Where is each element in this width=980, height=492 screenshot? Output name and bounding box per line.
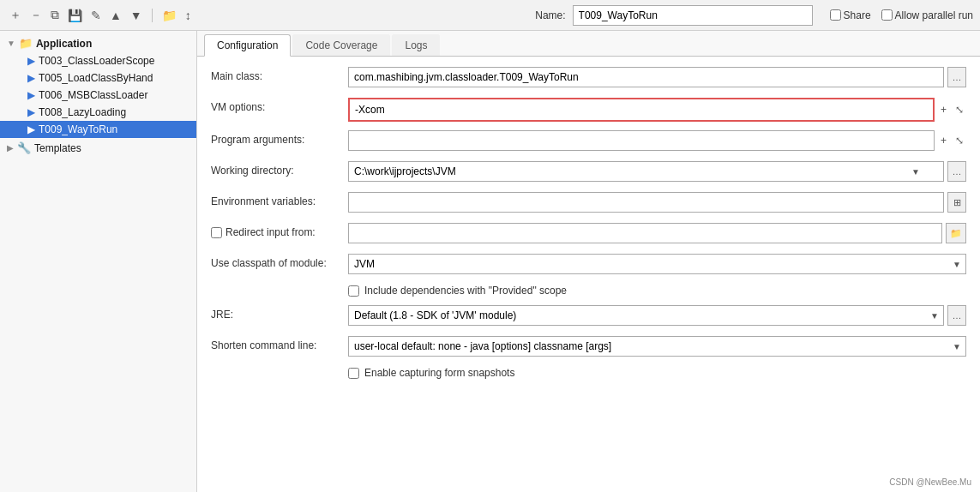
templates-label: Templates <box>34 142 81 154</box>
templates-arrow: ▶ <box>7 143 14 153</box>
working-dir-wrapper: ▼ <box>348 161 944 182</box>
enable-snapshots-row: Enable capturing form snapshots <box>211 367 966 379</box>
tab-code-coverage[interactable]: Code Coverage <box>292 34 390 56</box>
separator-1 <box>152 9 153 22</box>
tree-item-t005[interactable]: ▶ T005_LoadClassByHand <box>0 69 196 87</box>
wrench-icon: 🔧 <box>17 141 31 154</box>
sort-button[interactable]: ↕ <box>183 7 194 24</box>
templates-row[interactable]: ▶ 🔧 Templates <box>0 138 196 158</box>
jre-field: Default (1.8 - SDK of 'JVM' module) ▼ … <box>348 305 966 326</box>
run-icon-t003: ▶ <box>27 55 35 67</box>
classpath-module-label: Use classpath of module: <box>211 254 348 269</box>
tab-configuration[interactable]: Configuration <box>204 34 291 57</box>
working-dir-input[interactable] <box>348 161 944 182</box>
include-deps-row: Include dependencies with "Provided" sco… <box>211 285 966 297</box>
vm-options-row: VM options: + ⤡ <box>211 98 966 122</box>
allow-parallel-checkbox[interactable] <box>881 9 893 21</box>
program-args-field: + ⤡ <box>348 130 966 151</box>
tree-root-label: Application <box>36 38 92 50</box>
tree-item-label-t009: T009_WayToRun <box>39 123 117 135</box>
toolbar: ＋ － ⧉ 💾 ✎ ▲ ▼ 📁 ↕ Name: Share Allow para… <box>0 0 980 31</box>
shorten-cmd-wrapper: user-local default: none - java [options… <box>348 336 966 357</box>
program-args-label: Program arguments: <box>211 130 348 146</box>
program-args-plus-icon[interactable]: + <box>938 135 949 147</box>
main-class-input[interactable] <box>348 67 944 87</box>
classpath-module-field: JVM ▼ <box>348 254 966 274</box>
jre-browse-btn[interactable]: … <box>947 305 966 326</box>
classpath-module-wrapper: JVM ▼ <box>348 254 966 274</box>
down-button[interactable]: ▼ <box>128 7 145 24</box>
redirect-input-input[interactable] <box>348 223 942 243</box>
include-deps-checkbox[interactable] <box>348 285 359 297</box>
tree-item-label-t005: T005_LoadClassByHand <box>39 72 153 84</box>
jre-label: JRE: <box>211 305 348 321</box>
program-args-input[interactable] <box>348 130 935 151</box>
right-panel: Configuration Code Coverage Logs Main cl… <box>197 31 980 492</box>
redirect-input-checkbox[interactable] <box>211 227 222 238</box>
run-icon-t009: ▶ <box>27 123 35 135</box>
left-panel: ▼ 📁 Application ▶ T003_ClassLoaderScope … <box>0 31 197 492</box>
vm-options-field: + ⤡ <box>348 98 966 122</box>
main-class-browse-btn[interactable]: … <box>947 67 966 87</box>
env-vars-field: ⊞ <box>348 192 966 213</box>
enable-snapshots-checkbox[interactable] <box>348 368 359 379</box>
tab-logs[interactable]: Logs <box>392 34 440 56</box>
env-vars-input[interactable] <box>348 192 944 213</box>
share-label[interactable]: Share <box>830 9 871 21</box>
redirect-input-row: Redirect input from: 📁 <box>211 223 966 245</box>
tree-root-application[interactable]: ▼ 📁 Application <box>0 34 196 52</box>
folder-button[interactable]: 📁 <box>159 7 179 24</box>
name-input[interactable] <box>573 5 813 26</box>
copy-button[interactable]: ⧉ <box>48 6 62 24</box>
include-deps-label: Include dependencies with "Provided" sco… <box>364 285 567 297</box>
shorten-cmd-row: Shorten command line: user-local default… <box>211 336 966 358</box>
save-button[interactable]: 💾 <box>65 7 85 24</box>
shorten-cmd-select[interactable]: user-local default: none - java [options… <box>348 336 966 357</box>
shorten-cmd-label: Shorten command line: <box>211 336 348 351</box>
application-folder-icon: 📁 <box>19 37 33 50</box>
main-class-row: Main class: … <box>211 67 966 89</box>
tree-item-t009[interactable]: ▶ T009_WayToRun <box>0 121 196 138</box>
share-area: Share Allow parallel run <box>830 9 973 21</box>
redirect-input-browse-btn[interactable]: 📁 <box>946 223 966 243</box>
tree-item-t003[interactable]: ▶ T003_ClassLoaderScope <box>0 52 196 69</box>
edit-button[interactable]: ✎ <box>88 7 104 24</box>
working-dir-browse-btn[interactable]: … <box>947 161 966 182</box>
name-area: Name: Share Allow parallel run <box>535 5 973 26</box>
share-checkbox[interactable] <box>830 9 841 21</box>
run-icon-t008: ▶ <box>27 106 35 118</box>
env-vars-browse-btn[interactable]: ⊞ <box>947 192 966 213</box>
vm-options-container <box>348 98 935 122</box>
tree-item-t008[interactable]: ▶ T008_LazyLoading <box>0 104 196 121</box>
run-icon-t006: ▶ <box>27 89 35 101</box>
working-dir-field: ▼ … <box>348 161 966 182</box>
shorten-cmd-field: user-local default: none - java [options… <box>348 336 966 357</box>
vm-options-input[interactable] <box>350 99 933 120</box>
redirect-input-field: 📁 <box>348 223 966 243</box>
jre-wrapper: Default (1.8 - SDK of 'JVM' module) ▼ <box>348 305 944 326</box>
jre-row: JRE: Default (1.8 - SDK of 'JVM' module)… <box>211 305 966 327</box>
main-area: ▼ 📁 Application ▶ T003_ClassLoaderScope … <box>0 31 980 492</box>
remove-button[interactable]: － <box>27 6 45 25</box>
up-button[interactable]: ▲ <box>107 7 124 24</box>
vm-options-label: VM options: <box>211 98 348 113</box>
vm-plus-icon[interactable]: + <box>938 104 949 116</box>
jre-select[interactable]: Default (1.8 - SDK of 'JVM' module) <box>348 305 944 326</box>
program-args-expand-icon[interactable]: ⤡ <box>953 135 966 147</box>
tabs-bar: Configuration Code Coverage Logs <box>197 31 980 57</box>
vm-expand-icon[interactable]: ⤡ <box>953 104 966 116</box>
tree-item-t006[interactable]: ▶ T006_MSBClassLoader <box>0 87 196 104</box>
main-class-label: Main class: <box>211 67 348 82</box>
enable-snapshots-label: Enable capturing form snapshots <box>364 367 514 379</box>
working-dir-row: Working directory: ▼ … <box>211 161 966 183</box>
add-button[interactable]: ＋ <box>7 6 24 25</box>
allow-parallel-label[interactable]: Allow parallel run <box>881 9 973 21</box>
root-arrow: ▼ <box>7 39 15 48</box>
classpath-module-select[interactable]: JVM <box>348 254 966 274</box>
program-args-row: Program arguments: + ⤡ <box>211 130 966 153</box>
env-vars-label: Environment variables: <box>211 192 348 207</box>
main-class-field: … <box>348 67 966 87</box>
env-vars-row: Environment variables: ⊞ <box>211 192 966 214</box>
tree-item-label-t006: T006_MSBClassLoader <box>39 89 147 101</box>
run-icon-t005: ▶ <box>27 72 35 84</box>
